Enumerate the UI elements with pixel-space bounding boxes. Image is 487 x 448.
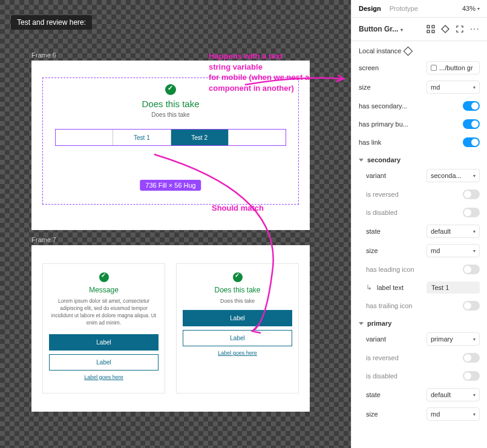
prop-size-label: size — [359, 84, 422, 91]
pri-state-label: state — [366, 391, 422, 398]
annotation-1: Happens with a text string variable for … — [209, 51, 309, 93]
pri-disabled-toggle[interactable] — [463, 371, 480, 381]
diamond-icon[interactable] — [441, 25, 449, 33]
btn-cell-2[interactable]: Test 2 — [171, 130, 229, 145]
card-b-link[interactable]: Label goes here — [183, 350, 292, 356]
sec-size-select[interactable]: md▾ — [427, 244, 480, 257]
pri-disabled-label: is disabled — [366, 372, 458, 380]
nested-indicator-icon: ↳ — [366, 283, 372, 292]
sec-disabled-label: is disabled — [366, 209, 458, 216]
group-secondary[interactable]: secondary — [351, 151, 487, 166]
check-icon — [233, 272, 243, 282]
prop-has-secondary-toggle[interactable] — [463, 101, 480, 111]
pri-reversed-label: is reversed — [366, 354, 458, 361]
svg-rect-3 — [432, 30, 434, 33]
sec-reversed-label: is reversed — [366, 191, 458, 198]
btn-cell-0[interactable] — [56, 130, 113, 145]
pri-state-select[interactable]: default▾ — [427, 388, 480, 401]
pri-reversed-toggle[interactable] — [463, 353, 480, 363]
pri-size-label: size — [366, 410, 422, 418]
pri-size-select[interactable]: md▾ — [427, 407, 480, 421]
sec-state-label: state — [366, 228, 422, 235]
card-a-desc: Lorem ipsum dolor sit amet, consectetur … — [49, 298, 159, 327]
tab-prototype[interactable]: Prototype — [390, 5, 418, 12]
sec-leading-label: has leading icon — [366, 266, 458, 273]
prop-has-link-toggle[interactable] — [463, 137, 480, 147]
sec-state-select[interactable]: default▾ — [427, 225, 480, 238]
sec-trailing-label: has trailing icon — [366, 302, 458, 309]
svg-rect-2 — [427, 30, 430, 33]
annotation-2: Should match — [212, 203, 264, 214]
sec-trailing-toggle[interactable] — [463, 301, 480, 311]
sec-variant-label: variant — [366, 172, 422, 179]
tab-design[interactable]: Design — [359, 5, 381, 12]
card-a-btn1[interactable]: Label — [49, 334, 159, 351]
svg-rect-1 — [432, 25, 434, 28]
prop-size-select[interactable]: md▾ — [427, 81, 480, 94]
card-a-btn2[interactable]: Label — [49, 354, 159, 371]
btn-cell-1[interactable]: Test 1 — [113, 130, 171, 145]
frame6-label[interactable]: Frame 6 — [31, 51, 56, 59]
tooltip-badge: Test and review here: — [11, 15, 92, 30]
card-b-sub: Does this take — [183, 298, 292, 304]
group-primary[interactable]: primary — [351, 315, 487, 329]
prop-has-secondary-label: has secondary... — [359, 102, 458, 110]
zoom-select[interactable]: 43%▾ — [462, 5, 480, 12]
card-a-link[interactable]: Label goes here — [49, 374, 159, 380]
sec-leading-toggle[interactable] — [463, 265, 480, 274]
more-icon[interactable]: ··· — [470, 24, 480, 35]
pri-variant-select[interactable]: primary▾ — [427, 332, 480, 346]
pri-variant-label: variant — [366, 335, 422, 343]
prop-has-primary-label: has primary bu... — [359, 120, 458, 128]
card-b[interactable]: Does this take Does this take Label Labe… — [176, 263, 299, 394]
size-badge: 736 Fill × 56 Hug — [140, 180, 201, 191]
card-a[interactable]: Message Lorem ipsum dolor sit amet, cons… — [42, 263, 165, 394]
local-instance-row: Local instance — [351, 41, 487, 58]
selection-outline: Does this take Does this take Test 1 Tes… — [42, 77, 299, 205]
btn-cell-3[interactable] — [229, 130, 286, 145]
prop-screen-value[interactable]: .../button gr — [427, 61, 480, 74]
button-row[interactable]: Test 1 Test 2 — [55, 129, 286, 146]
diamond-icon — [404, 46, 413, 56]
card-b-btn1[interactable]: Label — [183, 310, 292, 326]
frame7-label[interactable]: Frame 7 — [31, 236, 56, 243]
sec-disabled-toggle[interactable] — [463, 208, 480, 217]
card-b-btn2[interactable]: Label — [183, 330, 292, 346]
card-a-title: Message — [49, 286, 159, 294]
grid-icon[interactable] — [427, 25, 435, 33]
prop-has-link-label: has link — [359, 139, 458, 146]
expand-icon[interactable] — [456, 25, 464, 33]
sec-labeltext-value[interactable]: Test 1 — [427, 282, 480, 294]
frame-7[interactable]: Message Lorem ipsum dolor sit amet, cons… — [31, 245, 310, 412]
sec-reversed-toggle[interactable] — [463, 189, 480, 199]
frame6-title: Does this take — [43, 99, 298, 109]
frame6-subtitle: Does this take — [43, 111, 298, 118]
sec-variant-select[interactable]: seconda...▾ — [427, 169, 480, 182]
card-b-title: Does this take — [183, 286, 292, 294]
properties-panel: Design Prototype 43%▾ Button Gr... ▾ ···… — [351, 0, 487, 448]
component-name[interactable]: Button Gr... ▾ — [359, 25, 427, 33]
check-icon — [165, 84, 176, 95]
sec-labeltext-label: label text — [377, 284, 422, 291]
prop-screen-label: screen — [359, 64, 422, 71]
sec-size-label: size — [366, 247, 422, 254]
svg-rect-0 — [427, 25, 430, 28]
check-icon — [99, 272, 109, 282]
prop-has-primary-toggle[interactable] — [463, 119, 480, 129]
